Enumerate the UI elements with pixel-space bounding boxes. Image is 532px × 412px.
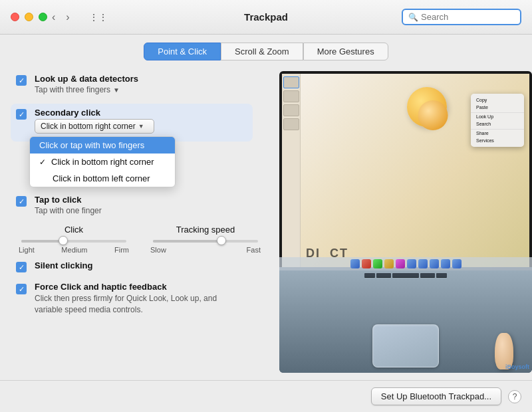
tab-more-gestures[interactable]: More Gestures <box>303 43 388 60</box>
tap-to-click-label: Tap to click <box>35 195 102 205</box>
screen-thumb-1 <box>283 76 299 88</box>
force-click-checkbox[interactable]: ✓ <box>16 284 27 294</box>
back-button[interactable]: ‹ <box>48 10 59 25</box>
tracking-slider-thumb[interactable] <box>217 236 226 245</box>
tracking-slider-labels: Slow Fast <box>150 246 261 254</box>
fruit-area: DI CT Copy Paste Look Up Search Share Se… <box>301 74 529 267</box>
screen-menu-item-5: Share <box>471 129 524 137</box>
lookup-row: ✓ Look up & data detectors Tap with thre… <box>16 74 263 94</box>
force-click-description: Click then press firmly for Quick Look, … <box>35 293 221 316</box>
click-slider-thumb[interactable] <box>59 236 68 245</box>
lookup-sublabel: Tap with three fingers ▼ <box>35 85 138 94</box>
tap-to-click-sublabel: Tap with one finger <box>35 206 102 215</box>
silent-clicking-label: Silent clicking <box>35 260 92 270</box>
screen-thumb-4 <box>283 118 299 130</box>
force-click-row: ✓ Force Click and haptic feedback Click … <box>16 282 263 316</box>
dropdown-option-bottom-right[interactable]: Click in bottom right corner <box>30 154 175 170</box>
dock-icon-7 <box>418 259 428 268</box>
dock-icon-1 <box>350 259 360 268</box>
screen-menu-item-1: Copy <box>471 96 524 104</box>
tab-point-click[interactable]: Point & Click <box>144 43 221 60</box>
bottom-bar: Set Up Bluetooth Trackpad... ? <box>0 380 532 412</box>
click-slider-group: Click Light Medium Firm <box>19 225 129 254</box>
secondary-click-checkbox[interactable]: ✓ <box>16 109 27 120</box>
secondary-click-popup: Click or tap with two fingers Click in b… <box>29 136 176 187</box>
help-button[interactable]: ? <box>508 390 521 403</box>
trackpad-surface[interactable] <box>372 324 439 367</box>
lookup-label: Look up & data detectors <box>35 74 138 84</box>
tracking-label-fast: Fast <box>247 246 261 254</box>
secondary-click-bg: ✓ Secondary click Click in bottom right … <box>11 104 253 142</box>
dock-icon-4 <box>384 259 394 268</box>
laptop-screen: DI CT Copy Paste Look Up Search Share Se… <box>279 71 532 267</box>
fruit-circle-2 <box>418 100 448 130</box>
traffic-lights <box>11 13 47 21</box>
laptop-dock <box>279 257 532 270</box>
tap-to-click-text: Tap to click Tap with one finger <box>35 195 102 215</box>
search-icon: 🔍 <box>408 13 418 22</box>
force-click-label: Force Click and haptic feedback <box>35 282 221 292</box>
click-label-light: Light <box>19 246 35 254</box>
key-option-left <box>364 273 375 278</box>
watermark: iBoysoft <box>505 363 529 370</box>
key-space <box>392 273 419 278</box>
nav-buttons: ‹ › <box>48 10 74 25</box>
dropdown-arrow-icon: ▼ <box>138 123 144 130</box>
right-panel: DI CT Copy Paste Look Up Search Share Se… <box>279 71 532 373</box>
dock-icon-8 <box>430 259 439 268</box>
dropdown-option-bottom-left[interactable]: Click in bottom left corner <box>30 170 175 187</box>
lookup-checkbox[interactable]: ✓ <box>16 75 27 86</box>
tabbar: Point & Click Scroll & Zoom More Gesture… <box>0 35 532 66</box>
secondary-click-label: Secondary click <box>35 108 154 118</box>
screen-thumb-3 <box>283 104 299 116</box>
force-click-text: Force Click and haptic feedback Click th… <box>35 282 221 316</box>
tracking-slider-title: Tracking speed <box>150 225 261 235</box>
click-slider-fill <box>21 240 63 243</box>
tap-to-click-checkbox[interactable]: ✓ <box>16 196 27 207</box>
secondary-click-dropdown[interactable]: Click in bottom right corner ▼ <box>35 119 154 134</box>
tab-scroll-zoom[interactable]: Scroll & Zoom <box>221 43 303 60</box>
left-panel: ✓ Look up & data detectors Tap with thre… <box>0 71 279 373</box>
bottom-prefs: ✓ Silent clicking ✓ Force Click and hapt… <box>16 260 263 316</box>
lookup-arrow-icon: ▼ <box>113 86 120 94</box>
secondary-click-row: ✓ Secondary click Click in bottom right … <box>16 104 263 142</box>
tracking-slider-track <box>153 240 258 243</box>
maximize-button[interactable] <box>39 13 47 21</box>
dock-icon-2 <box>362 259 371 268</box>
grid-button[interactable]: ⋮⋮ <box>86 9 110 25</box>
dock-icon-9 <box>441 259 450 268</box>
click-slider-labels: Light Medium Firm <box>19 246 129 254</box>
click-label-firm: Firm <box>114 246 129 254</box>
dropdown-option-two-fingers[interactable]: Click or tap with two fingers <box>30 137 175 154</box>
dropdown-value: Click in bottom right corner <box>41 122 136 131</box>
forward-button[interactable]: › <box>62 10 73 25</box>
screen-context-menu: Copy Paste Look Up Search Share Services <box>471 94 524 147</box>
bluetooth-trackpad-button[interactable]: Set Up Bluetooth Trackpad... <box>371 387 501 405</box>
tap-to-click-row: ✓ Tap to click Tap with one finger <box>16 195 263 215</box>
silent-clicking-checkbox[interactable]: ✓ <box>16 262 27 272</box>
key-option-right <box>436 273 447 278</box>
tracking-label-slow: Slow <box>150 246 166 254</box>
main-content: ✓ Look up & data detectors Tap with thre… <box>0 66 532 378</box>
search-input[interactable] <box>421 12 514 22</box>
screen-menu-item-3: Look Up <box>471 112 524 120</box>
key-command-left <box>376 273 391 278</box>
click-label-medium: Medium <box>61 246 87 254</box>
click-slider-track <box>21 240 126 243</box>
tracking-slider-group: Tracking speed Slow Fast <box>150 225 261 254</box>
silent-clicking-row: ✓ Silent clicking <box>16 260 263 272</box>
screen-menu-item-2: Paste <box>471 104 524 111</box>
key-command-right <box>420 273 435 278</box>
secondary-click-text: Secondary click Click in bottom right co… <box>35 108 154 134</box>
screen-sidebar <box>282 74 301 267</box>
click-slider-title: Click <box>19 225 129 235</box>
lookup-text: Look up & data detectors Tap with three … <box>35 74 138 94</box>
minimize-button[interactable] <box>25 13 33 21</box>
screen-menu-item-6: Services <box>471 137 524 144</box>
close-button[interactable] <box>11 13 19 21</box>
titlebar: ‹ › ⋮⋮ Trackpad 🔍 <box>0 0 532 35</box>
screen-content: DI CT Copy Paste Look Up Search Share Se… <box>282 74 529 267</box>
dock-icon-3 <box>373 259 382 268</box>
secondary-click-header: ✓ Secondary click Click in bottom right … <box>16 108 246 134</box>
screen-main: DI CT Copy Paste Look Up Search Share Se… <box>301 74 529 267</box>
